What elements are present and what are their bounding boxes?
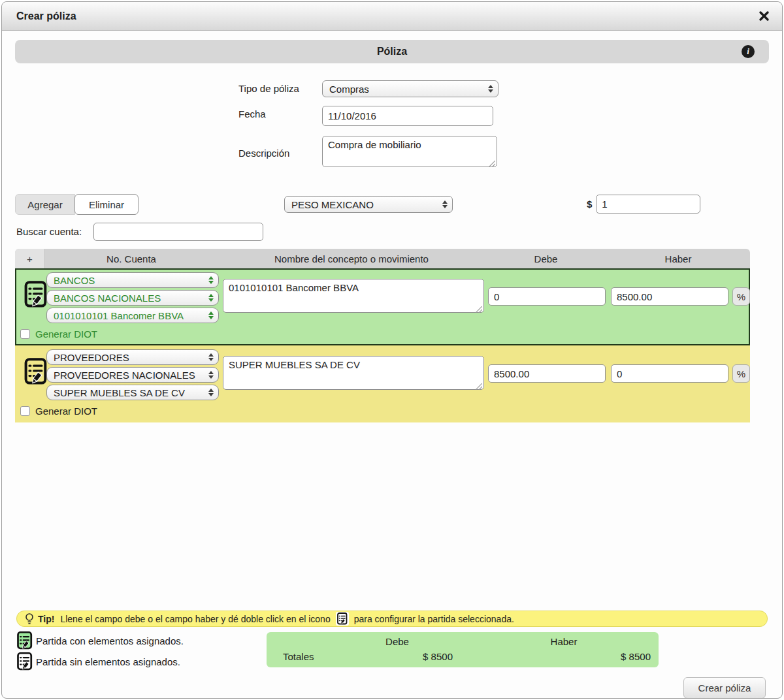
eliminar-button[interactable]: Eliminar <box>74 194 139 215</box>
totals-haber-header: Haber <box>469 634 659 649</box>
resize-grip-icon[interactable] <box>489 161 495 167</box>
legend-assigned-label: Partida con elementos asignados. <box>36 635 184 646</box>
tip-title: Tip! <box>38 614 54 624</box>
debe-input[interactable] <box>488 364 606 383</box>
create-voucher-dialog: Crear póliza Póliza i Tipo de póliza Com… <box>1 1 783 699</box>
select-arrows-icon <box>488 85 493 93</box>
currency-select[interactable]: PESO MEXICANO <box>284 196 453 213</box>
tip-bar: Tip! Llene el campo debe o el campo habe… <box>16 611 768 627</box>
totals-debe-value: $ 8500 <box>325 649 469 664</box>
percent-button[interactable]: % <box>732 287 750 306</box>
dialog-titlebar: Crear póliza <box>2 2 782 31</box>
close-icon[interactable] <box>757 10 770 23</box>
generar-diot-option[interactable]: Generar DIOT <box>20 328 97 340</box>
dialog-footer: Crear póliza <box>18 677 766 699</box>
account-selects: BANCOS BANCOS NACIONALES 0101010101 Banc… <box>46 272 219 325</box>
select-arrows-icon <box>208 371 214 379</box>
entries-table: + No. Cuenta Nombre del concepto o movim… <box>15 249 750 422</box>
table-row-selected[interactable]: BANCOS BANCOS NACIONALES 0101010101 Banc… <box>15 268 750 345</box>
partida-unassigned-icon <box>15 651 35 672</box>
select-arrows-icon <box>208 389 214 396</box>
header-concepto: Nombre del concepto o movimiento <box>218 249 485 268</box>
resize-grip-icon[interactable] <box>476 383 482 390</box>
search-account-row: Buscar cuenta: <box>2 223 782 241</box>
totals-debe-header: Debe <box>325 634 469 649</box>
concepto-textarea[interactable] <box>223 356 484 390</box>
poliza-header: Póliza i <box>15 40 769 63</box>
partida-icon <box>336 612 349 626</box>
account-level2-select[interactable]: PROVEEDORES NACIONALES <box>46 367 219 383</box>
empty-area <box>2 422 782 611</box>
percent-button[interactable]: % <box>732 364 750 383</box>
totals-table: Debe Haber Totales $ 8500 $ 8500 <box>267 632 659 667</box>
legend-and-totals: Partida con elementos asignados. Partida… <box>15 630 769 673</box>
poliza-title: Póliza <box>377 46 407 57</box>
buscar-cuenta-input[interactable] <box>93 223 263 241</box>
concepto-textarea[interactable] <box>223 279 484 313</box>
generar-diot-label: Generar DIOT <box>35 328 97 340</box>
fecha-label: Fecha <box>238 106 322 119</box>
crear-poliza-button[interactable]: Crear póliza <box>683 677 766 699</box>
add-row-button[interactable]: + <box>15 249 45 268</box>
totals-label: Totales <box>267 649 325 664</box>
haber-input[interactable] <box>611 364 728 383</box>
tip-text-before: Llene el campo debe o el campo haber y d… <box>60 614 330 624</box>
generar-diot-label: Generar DIOT <box>35 406 97 417</box>
debe-input[interactable] <box>488 287 606 306</box>
info-icon[interactable]: i <box>742 45 755 58</box>
select-arrows-icon <box>442 200 448 208</box>
fecha-input[interactable] <box>322 106 493 126</box>
agregar-button[interactable]: Agregar <box>15 194 75 215</box>
currency-symbol: $ <box>587 199 592 210</box>
select-arrows-icon <box>208 294 214 302</box>
tip-text-after: para configurar la partida seleccionada. <box>354 614 514 624</box>
generar-diot-option[interactable]: Generar DIOT <box>20 406 97 417</box>
account-level2-select[interactable]: BANCOS NACIONALES <box>46 290 219 306</box>
totals-haber-value: $ 8500 <box>469 649 659 664</box>
account-level3-select[interactable]: SUPER MUEBLES SA DE CV <box>46 385 219 400</box>
descripcion-label: Descripción <box>238 136 322 159</box>
dialog-title: Crear póliza <box>16 10 757 22</box>
lightbulb-icon <box>25 612 34 626</box>
account-level1-select[interactable]: PROVEEDORES <box>46 349 219 365</box>
resize-grip-icon[interactable] <box>476 306 482 313</box>
buscar-cuenta-label: Buscar cuenta: <box>16 226 82 237</box>
haber-input[interactable] <box>611 287 728 306</box>
account-selects: PROVEEDORES PROVEEDORES NACIONALES SUPER… <box>46 349 219 402</box>
partida-assigned-icon <box>15 630 35 651</box>
select-arrows-icon <box>208 311 214 319</box>
header-no-cuenta: No. Cuenta <box>45 249 218 268</box>
entries-table-header: + No. Cuenta Nombre del concepto o movim… <box>15 249 750 268</box>
account-level3-select[interactable]: 0101010101 Bancomer BBVA <box>46 308 219 323</box>
header-debe: Debe <box>485 249 606 268</box>
table-row[interactable]: PROVEEDORES PROVEEDORES NACIONALES SUPER… <box>15 345 750 422</box>
generar-diot-checkbox[interactable] <box>20 329 30 339</box>
row-actions-group: Agregar Eliminar <box>15 194 139 215</box>
rows-toolbar: Agregar Eliminar PESO MEXICANO $ <box>2 194 782 215</box>
exchange-rate-group: $ <box>587 195 700 214</box>
descripcion-textarea[interactable] <box>322 136 497 167</box>
select-arrows-icon <box>208 353 214 361</box>
account-level1-select[interactable]: BANCOS <box>46 272 219 288</box>
tipo-poliza-select[interactable]: Compras <box>322 80 498 97</box>
select-arrows-icon <box>208 276 214 284</box>
generar-diot-checkbox[interactable] <box>20 406 30 416</box>
header-haber: Haber <box>606 249 750 268</box>
exchange-rate-input[interactable] <box>596 195 700 214</box>
poliza-form: Tipo de póliza Compras Fecha Descripción <box>2 80 782 170</box>
legend-unassigned-label: Partida sin elementos asignados. <box>36 656 180 667</box>
tipo-poliza-label: Tipo de póliza <box>238 80 322 94</box>
